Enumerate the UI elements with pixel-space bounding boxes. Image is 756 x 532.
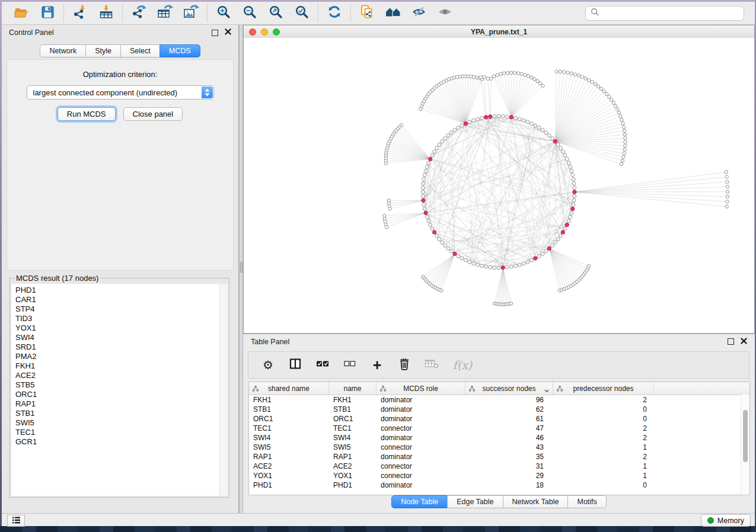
table-scrollbar-track[interactable] — [741, 395, 749, 494]
graph-node[interactable] — [425, 215, 429, 219]
graph-node[interactable] — [569, 215, 572, 219]
optimization-criterion-select[interactable]: largest connected component (undirected) — [27, 85, 214, 100]
table-scrollbar-thumb[interactable] — [743, 410, 748, 462]
create-column-button[interactable]: + — [369, 357, 385, 373]
graph-node[interactable] — [570, 169, 573, 173]
graph-leaf-node[interactable] — [621, 159, 624, 162]
graph-leaf-node[interactable] — [559, 70, 562, 73]
graph-node[interactable] — [567, 161, 570, 165]
graph-node[interactable] — [472, 262, 476, 265]
memory-button[interactable]: Memory — [701, 514, 751, 527]
graph-node[interactable] — [433, 150, 436, 153]
tab-motifs[interactable]: Motifs — [567, 495, 606, 508]
graph-hub-node[interactable] — [573, 190, 576, 194]
mcds-list-scrollbar[interactable] — [219, 284, 228, 496]
graph-hub-node[interactable] — [561, 230, 564, 234]
graph-leaf-node[interactable] — [616, 108, 619, 111]
mcds-result-item[interactable]: STB5 — [15, 380, 228, 390]
graph-leaf-node[interactable] — [624, 140, 627, 143]
graph-leaf-node[interactable] — [599, 87, 602, 90]
graph-node[interactable] — [476, 117, 480, 121]
graph-node[interactable] — [534, 124, 537, 127]
graph-node[interactable] — [438, 238, 441, 241]
graph-node[interactable] — [554, 241, 557, 244]
tab-edge-table[interactable]: Edge Table — [447, 495, 503, 508]
tab-style[interactable]: Style — [85, 44, 121, 57]
graph-node[interactable] — [472, 118, 476, 122]
table-row[interactable]: RAP1RAP1dominator352 — [249, 452, 749, 462]
graph-leaf-node[interactable] — [612, 101, 615, 104]
mcds-result-item[interactable]: TEC1 — [15, 428, 228, 437]
mcds-result-item[interactable]: STB1 — [15, 409, 228, 418]
graph-leaf-node[interactable] — [419, 107, 422, 110]
graph-hub-node[interactable] — [424, 211, 428, 214]
window-maximize-button[interactable] — [273, 28, 280, 36]
search-input[interactable] — [602, 7, 744, 20]
task-history-button[interactable] — [7, 515, 25, 527]
graph-node[interactable] — [460, 124, 464, 127]
graph-node[interactable] — [514, 116, 518, 120]
graph-leaf-node[interactable] — [570, 72, 573, 75]
graph-node[interactable] — [573, 194, 576, 198]
graph-leaf-node[interactable] — [594, 82, 596, 85]
graph-node[interactable] — [505, 115, 509, 118]
delete-column-button[interactable] — [397, 357, 412, 373]
export-table-button[interactable] — [155, 4, 175, 22]
table-row[interactable]: ORC1ORC1dominator610 — [249, 414, 749, 424]
graph-node[interactable] — [468, 260, 471, 264]
refresh-button[interactable] — [324, 4, 344, 22]
graph-node[interactable] — [464, 258, 468, 262]
graph-node[interactable] — [457, 255, 460, 258]
tab-network[interactable]: Network — [40, 44, 86, 57]
graph-node[interactable] — [544, 249, 548, 253]
graph-node[interactable] — [453, 129, 457, 132]
graph-node[interactable] — [446, 247, 450, 251]
mcds-result-item[interactable]: PHD1 — [15, 286, 228, 295]
graph-node[interactable] — [572, 203, 575, 207]
graph-leaf-node[interactable] — [388, 207, 391, 210]
table-row[interactable]: STB1STB1dominator620 — [249, 405, 749, 414]
graph-leaf-node[interactable] — [536, 79, 539, 82]
mcds-result-item[interactable]: SWI4 — [15, 333, 228, 342]
graph-leaf-node[interactable] — [555, 70, 558, 73]
graph-leaf-node[interactable] — [624, 144, 627, 147]
graph-hub-node[interactable] — [429, 157, 432, 161]
graph-leaf-node[interactable] — [509, 71, 512, 74]
graph-leaf-node[interactable] — [587, 264, 590, 267]
graph-node[interactable] — [480, 264, 484, 268]
table-row[interactable]: SWI5SWI5connector431 — [249, 443, 749, 452]
graph-node[interactable] — [427, 219, 430, 223]
graph-node[interactable] — [505, 265, 509, 269]
graph-hub-node[interactable] — [571, 207, 575, 210]
export-image-button[interactable] — [181, 4, 201, 22]
graph-leaf-node[interactable] — [584, 77, 587, 80]
graph-node[interactable] — [489, 265, 492, 269]
import-network-button[interactable] — [70, 4, 90, 22]
graph-node[interactable] — [530, 258, 534, 262]
mcds-result-item[interactable]: ORC1 — [15, 390, 228, 399]
graph-node[interactable] — [522, 118, 525, 122]
graph-leaf-node[interactable] — [588, 79, 591, 82]
tab-network-table[interactable]: Network Table — [503, 495, 569, 508]
run-mcds-button[interactable]: Run MCDS — [58, 107, 116, 121]
graph-leaf-node[interactable] — [503, 72, 506, 75]
graph-leaf-node[interactable] — [533, 78, 536, 81]
graph-node[interactable] — [537, 255, 541, 258]
graph-node[interactable] — [514, 264, 518, 268]
tab-mcds[interactable]: MCDS — [160, 44, 200, 57]
graph-node[interactable] — [559, 146, 563, 150]
graph-leaf-node[interactable] — [520, 72, 523, 75]
graph-leaf-node[interactable] — [440, 289, 443, 292]
graph-leaf-node[interactable] — [614, 104, 617, 107]
graph-leaf-node[interactable] — [726, 200, 729, 203]
graph-leaf-node[interactable] — [573, 73, 576, 76]
panel-splitter[interactable] — [239, 25, 243, 513]
first-neighbors-button[interactable] — [383, 4, 403, 22]
graph-node[interactable] — [567, 219, 570, 223]
float-panel-button[interactable] — [212, 30, 218, 36]
graph-hub-node[interactable] — [553, 140, 557, 143]
column-header-predecessor-nodes[interactable]: predecessor nodes — [553, 382, 654, 395]
graph-node[interactable] — [441, 140, 444, 143]
graph-node[interactable] — [421, 186, 425, 190]
graph-node[interactable] — [476, 263, 480, 267]
